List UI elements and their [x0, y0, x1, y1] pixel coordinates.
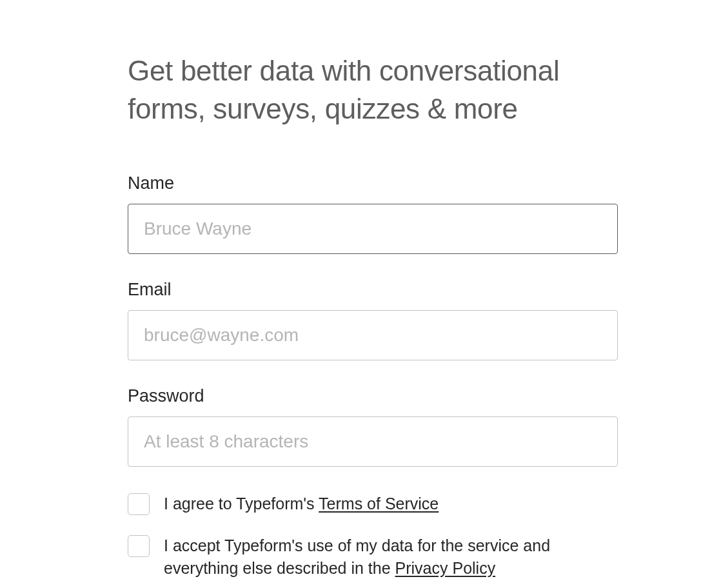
terms-text: I agree to Typeform's	[164, 495, 319, 513]
password-label: Password	[128, 386, 618, 406]
name-input[interactable]	[128, 204, 618, 254]
privacy-label: I accept Typeform's use of my data for t…	[164, 534, 618, 580]
password-input[interactable]	[128, 416, 618, 467]
name-label: Name	[128, 173, 618, 193]
terms-label: I agree to Typeform's Terms of Service	[164, 493, 439, 515]
email-label: Email	[128, 280, 618, 300]
privacy-consent-row: I accept Typeform's use of my data for t…	[128, 534, 618, 580]
email-input[interactable]	[128, 310, 618, 360]
password-field-group: Password	[128, 386, 618, 467]
signup-form: Get better data with conversational form…	[128, 52, 618, 580]
terms-consent-row: I agree to Typeform's Terms of Service	[128, 493, 618, 515]
terms-of-service-link[interactable]: Terms of Service	[319, 495, 439, 513]
email-field-group: Email	[128, 280, 618, 360]
page-heading: Get better data with conversational form…	[128, 52, 618, 128]
privacy-checkbox[interactable]	[128, 535, 150, 557]
privacy-policy-link[interactable]: Privacy Policy	[395, 559, 496, 577]
name-field-group: Name	[128, 173, 618, 254]
terms-checkbox[interactable]	[128, 493, 150, 515]
